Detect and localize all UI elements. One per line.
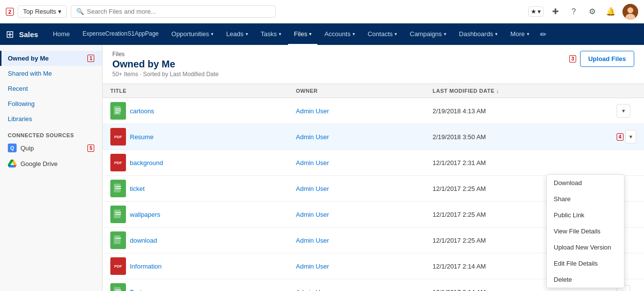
nav-item-more[interactable]: More ▾ <box>504 23 535 45</box>
sidebar-recent-label: Recent <box>8 85 28 92</box>
owner-name[interactable]: Admin User <box>296 185 433 192</box>
svg-point-1 <box>627 7 633 13</box>
search-box: 🔍 <box>71 5 276 18</box>
connected-sources-label: CONNECTED SOURCES <box>0 126 102 140</box>
header-actions: 3 Upload Files <box>569 51 634 67</box>
nav-edit-icon[interactable]: ✏ <box>536 30 550 39</box>
file-name[interactable]: Resume <box>130 133 153 141</box>
context-menu-delete[interactable]: Delete <box>547 271 624 288</box>
top-bar-right: ★ ▾ ✚ ? ⚙ 🔔 <box>528 4 638 20</box>
top-results-button[interactable]: Top Results ▾ <box>18 5 67 18</box>
nav-item-campaigns[interactable]: Campaigns ▾ <box>404 23 452 45</box>
svg-rect-7 <box>114 184 121 192</box>
new-button[interactable]: ✚ <box>548 5 562 19</box>
nav-item-files[interactable]: Files ▾ <box>288 23 317 45</box>
svg-rect-3 <box>114 106 121 115</box>
nav-item-accounts-label: Accounts <box>324 30 350 38</box>
nav-item-home[interactable]: Home <box>47 23 76 45</box>
context-menu-share[interactable]: Share <box>547 191 624 207</box>
nav-brand: Sales <box>19 30 38 39</box>
nav-item-dashboards[interactable]: Dashboards ▾ <box>453 23 503 45</box>
opportunities-caret-icon: ▾ <box>211 31 213 37</box>
top-bar: 2 Top Results ▾ 🔍 ★ ▾ ✚ ? ⚙ 🔔 <box>0 0 644 23</box>
sidebar-owned-label: Owned by Me <box>8 55 49 62</box>
favorites-box[interactable]: ★ ▾ <box>528 6 543 17</box>
date-cell: 12/1/2017 2:31 AM <box>433 159 617 166</box>
gdrive-label: Google Drive <box>21 160 58 167</box>
date-cell: 2/19/2018 4:13 AM <box>433 107 617 115</box>
sidebar-source-gdrive[interactable]: Google Drive <box>0 156 102 171</box>
nav-item-campaigns-label: Campaigns <box>410 30 442 38</box>
file-icon-red: PDF <box>110 128 126 146</box>
file-icon-svg <box>113 209 123 220</box>
file-name[interactable]: download <box>130 237 157 244</box>
nav-item-expense[interactable]: ExpenseCreationS1AppPage <box>77 23 165 45</box>
sidebar-source-quip[interactable]: Q Quip 5 <box>0 140 102 156</box>
annotation-2: 2 <box>6 8 14 16</box>
col-actions <box>617 88 636 94</box>
table-row: PDF background Admin User 12/1/2017 2:31… <box>103 150 644 176</box>
gdrive-icon <box>8 159 17 168</box>
help-icon[interactable]: ? <box>567 5 581 19</box>
file-name[interactable]: background <box>130 159 163 166</box>
file-icon-red: PDF <box>110 154 126 171</box>
nav-item-tasks[interactable]: Tasks ▾ <box>255 23 287 45</box>
owner-name[interactable]: Admin User <box>296 237 433 244</box>
more-caret-icon: ▾ <box>527 31 529 37</box>
sidebar-item-recent[interactable]: Recent <box>0 81 102 96</box>
owner-name[interactable]: Admin User <box>296 133 433 141</box>
notifications-icon[interactable]: 🔔 <box>604 5 618 19</box>
nav-item-accounts[interactable]: Accounts ▾ <box>318 23 360 45</box>
sidebar-item-shared-with-me[interactable]: Shared with Me <box>0 66 102 81</box>
file-icon-svg <box>113 105 123 116</box>
context-menu-upload-new-version[interactable]: Upload New Version <box>547 239 624 255</box>
file-cell: PDF background <box>110 154 296 171</box>
file-icon-red: PDF <box>110 257 126 275</box>
file-name[interactable]: ticket <box>130 185 145 192</box>
avatar[interactable] <box>623 4 638 20</box>
nav-item-contacts[interactable]: Contacts ▾ <box>362 23 403 45</box>
row-dropdown-button[interactable]: ▾ <box>617 104 630 118</box>
file-icon-label: PDF <box>114 264 122 269</box>
context-menu-download[interactable]: Download <box>547 175 624 191</box>
row-dropdown-button[interactable]: ▾ <box>625 130 636 144</box>
sidebar-item-owned-by-me[interactable]: Owned by Me 1 <box>0 51 102 66</box>
file-icon-svg <box>113 287 123 291</box>
app-grid-icon[interactable]: ⊞ <box>6 28 14 40</box>
file-icon-green <box>110 102 126 120</box>
owner-name[interactable]: Admin User <box>296 107 433 115</box>
owner-name[interactable]: Admin User <box>296 211 433 218</box>
settings-icon[interactable]: ⚙ <box>585 5 599 19</box>
file-name[interactable]: Information <box>130 263 162 270</box>
tasks-caret-icon: ▾ <box>279 31 281 37</box>
file-name[interactable]: cartoons <box>130 107 154 115</box>
context-menu-edit-file-details[interactable]: Edit File Details <box>547 255 624 271</box>
sidebar-item-libraries[interactable]: Libraries <box>0 111 102 126</box>
context-menu-view-file-details[interactable]: View File Details <box>547 223 624 239</box>
owner-name[interactable]: Admin User <box>296 159 433 166</box>
breadcrumb: Files <box>112 51 219 58</box>
row-actions: ▾ <box>617 104 636 118</box>
avatar-image <box>623 4 638 20</box>
main-header: Files Owned by Me 50+ Items · Sorted by … <box>103 45 644 84</box>
file-cell: PDF Resume <box>110 128 296 146</box>
nav-item-leads-label: Leads <box>226 30 243 38</box>
file-cell: wallpapers <box>110 206 296 223</box>
file-cell: cartoons <box>110 102 296 120</box>
file-name[interactable]: wallpapers <box>130 211 160 218</box>
nav-item-leads[interactable]: Leads ▾ <box>220 23 253 45</box>
search-input[interactable] <box>87 8 270 15</box>
sidebar-shared-label: Shared with Me <box>8 70 52 77</box>
file-name[interactable]: Text <box>130 289 142 291</box>
owner-name[interactable]: Admin User <box>296 289 433 291</box>
quip-icon: Q <box>8 144 17 152</box>
owner-name[interactable]: Admin User <box>296 263 433 270</box>
table-row: cartoons Admin User 2/19/2018 4:13 AM ▾ <box>103 98 644 124</box>
annotation-3: 3 <box>569 55 576 62</box>
upload-files-button[interactable]: Upload Files <box>580 51 634 67</box>
nav-item-home-label: Home <box>53 30 70 38</box>
context-menu-public-link[interactable]: Public Link <box>547 207 624 223</box>
nav-item-opportunities[interactable]: Opportunities ▾ <box>166 23 219 45</box>
sidebar-item-following[interactable]: Following <box>0 96 102 111</box>
accounts-caret-icon: ▾ <box>353 31 355 37</box>
